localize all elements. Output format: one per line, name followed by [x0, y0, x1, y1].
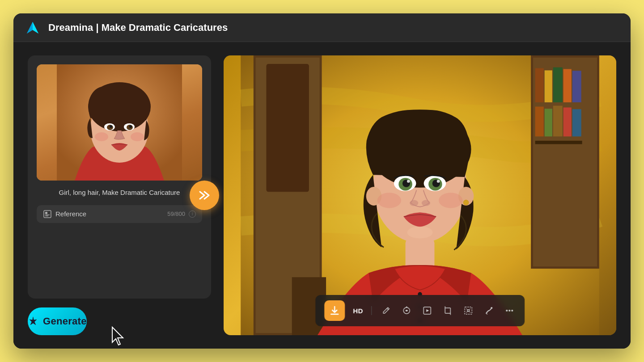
- result-portrait: [224, 55, 616, 335]
- svg-point-46: [463, 200, 468, 205]
- retouch-button[interactable]: [483, 304, 495, 317]
- svg-point-12: [110, 125, 112, 128]
- download-button[interactable]: [324, 300, 345, 321]
- svg-rect-26: [535, 68, 544, 102]
- browser-content: Girl, long hair, Make Dramatic Caricatur…: [13, 42, 631, 349]
- forward-arrow-button[interactable]: [190, 181, 219, 210]
- edit-pencil-button[interactable]: [380, 304, 392, 317]
- svg-rect-28: [553, 67, 563, 102]
- app-logo-icon: [24, 19, 41, 36]
- generate-btn-wrapper: Generate: [28, 307, 211, 335]
- reference-label: Reference: [55, 210, 86, 218]
- crop-button[interactable]: [441, 304, 454, 317]
- char-count-text: 59/800: [167, 210, 185, 217]
- svg-rect-30: [572, 71, 581, 102]
- reference-left: Reference: [43, 210, 86, 219]
- svg-rect-64: [465, 307, 472, 314]
- svg-rect-32: [545, 109, 552, 136]
- svg-point-14: [95, 132, 108, 141]
- svg-rect-23: [266, 64, 309, 192]
- svg-point-55: [410, 200, 418, 206]
- left-panel: Girl, long hair, Make Dramatic Caricatur…: [28, 55, 211, 335]
- page-title: Dreamina | Make Dramatic Caricatures: [48, 22, 228, 34]
- svg-point-67: [508, 310, 510, 311]
- svg-point-13: [129, 125, 132, 128]
- hd-label[interactable]: HD: [353, 307, 363, 315]
- svg-point-54: [437, 180, 440, 183]
- svg-rect-29: [564, 69, 572, 102]
- char-count: 59/800 i: [167, 210, 196, 218]
- svg-rect-63: [445, 308, 450, 313]
- image-toolbar: HD: [315, 295, 525, 326]
- svg-marker-2: [33, 22, 38, 34]
- svg-rect-16: [44, 210, 51, 218]
- svg-rect-36: [535, 141, 582, 144]
- generate-star-icon: [28, 316, 38, 327]
- animation-button[interactable]: [421, 304, 433, 317]
- svg-point-59: [407, 227, 432, 239]
- titlebar: Dreamina | Make Dramatic Caricatures: [13, 13, 631, 42]
- svg-rect-19: [45, 215, 48, 216]
- svg-point-57: [377, 193, 401, 208]
- more-options-button[interactable]: [503, 304, 516, 317]
- browser-window: Dreamina | Make Dramatic Caricatures: [13, 13, 631, 349]
- svg-point-65: [491, 307, 492, 309]
- result-image-container: HD: [224, 55, 616, 335]
- svg-rect-27: [545, 70, 552, 102]
- content-area-wrapper: HD: [224, 55, 616, 335]
- reference-portrait: [37, 64, 202, 181]
- svg-point-61: [406, 307, 407, 308]
- svg-rect-34: [564, 107, 572, 136]
- cursor-arrow: [110, 326, 127, 348]
- svg-rect-17: [45, 212, 47, 214]
- svg-point-68: [511, 310, 513, 311]
- reference-image: [37, 64, 202, 181]
- info-letter: i: [192, 211, 193, 216]
- reference-row[interactable]: Reference 59/800 i: [37, 205, 202, 223]
- generate-label: Generate: [43, 316, 87, 327]
- download-icon: [329, 305, 340, 316]
- magic-edit-button[interactable]: [400, 304, 413, 317]
- double-chevron-icon: [196, 187, 212, 203]
- info-icon[interactable]: i: [189, 210, 196, 218]
- svg-rect-18: [45, 215, 50, 215]
- transform-button[interactable]: [462, 304, 475, 317]
- svg-point-15: [131, 132, 144, 141]
- reference-icon: [43, 210, 52, 219]
- toolbar-divider: [371, 306, 372, 315]
- svg-rect-31: [535, 107, 544, 137]
- svg-rect-35: [572, 109, 581, 136]
- svg-point-66: [506, 310, 508, 311]
- generate-button[interactable]: Generate: [28, 307, 87, 335]
- svg-point-56: [422, 200, 430, 206]
- svg-marker-1: [27, 22, 33, 34]
- svg-rect-33: [553, 106, 563, 137]
- prompt-text: Girl, long hair, Make Dramatic Caricatur…: [37, 188, 202, 198]
- svg-point-53: [407, 180, 410, 183]
- svg-point-58: [439, 193, 462, 208]
- input-card: Girl, long hair, Make Dramatic Caricatur…: [28, 55, 211, 299]
